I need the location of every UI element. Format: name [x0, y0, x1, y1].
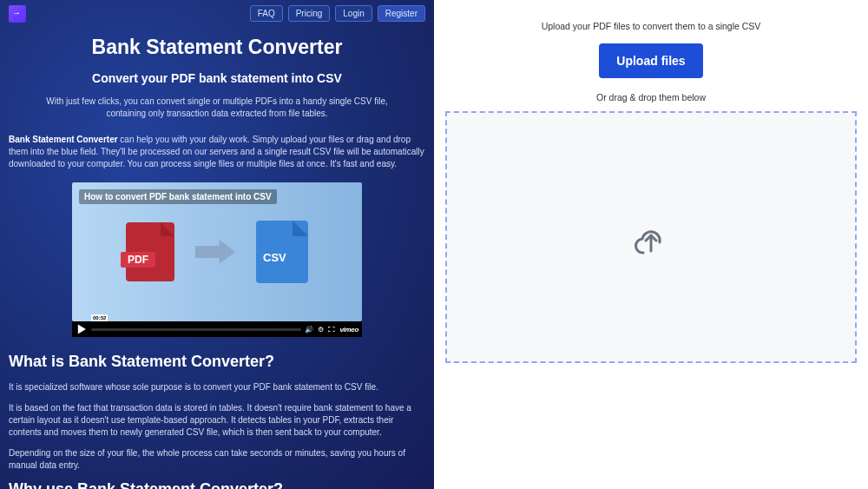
hero: Bank Statement Converter Convert your PD…	[0, 27, 434, 123]
register-button[interactable]: Register	[378, 5, 425, 22]
drop-zone[interactable]	[445, 111, 857, 363]
video-player[interactable]: How to convert PDF bank statement into C…	[72, 182, 362, 337]
login-button[interactable]: Login	[335, 5, 372, 22]
what-is-p2: It is based on the fact that transaction…	[9, 402, 425, 439]
settings-icon[interactable]: ⚙	[318, 326, 324, 334]
app-logo[interactable]	[9, 5, 26, 23]
page-subtitle: Convert your PDF bank statement into CSV	[17, 71, 417, 85]
video-progress-bar[interactable]	[91, 328, 301, 331]
what-is-p1: It is specialized software whose sole pu…	[9, 381, 425, 393]
upload-instruction: Upload your PDF files to convert them to…	[542, 21, 761, 31]
arrow-right-icon	[195, 240, 235, 264]
top-nav: FAQ Pricing Login Register	[250, 5, 425, 22]
pricing-button[interactable]: Pricing	[288, 5, 331, 22]
video-controls: 🔊 ⚙ ⛶ vimeo	[72, 321, 362, 337]
description-bold: Bank Statement Converter	[9, 135, 118, 144]
description-paragraph: Bank Statement Converter can help you wi…	[0, 123, 434, 177]
volume-icon[interactable]: 🔊	[305, 326, 313, 334]
upload-files-button[interactable]: Upload files	[599, 43, 702, 78]
top-bar: FAQ Pricing Login Register	[0, 0, 434, 27]
play-icon[interactable]	[76, 323, 88, 335]
drag-drop-hint: Or drag & drop them below	[596, 92, 706, 102]
pdf-file-icon	[126, 222, 174, 281]
faq-button[interactable]: FAQ	[250, 5, 283, 22]
upload-panel: Upload your PDF files to convert them to…	[434, 0, 868, 489]
vimeo-logo[interactable]: vimeo	[339, 326, 358, 334]
video-title: How to convert PDF bank statement into C…	[79, 189, 277, 204]
csv-file-icon	[256, 221, 308, 283]
video-duration: 00:52	[91, 314, 108, 321]
cloud-upload-icon	[630, 216, 672, 258]
page-title: Bank Statement Converter	[17, 36, 417, 59]
hero-tagline: With just few clicks, you can convert si…	[17, 96, 417, 120]
what-is-section: What is Bank Statement Converter? It is …	[0, 337, 434, 489]
what-is-p3: Depending on the size of your file, the …	[9, 447, 425, 472]
why-use-heading: Why use Bank Statement Converter?	[9, 480, 425, 489]
what-is-heading: What is Bank Statement Converter?	[9, 353, 425, 371]
fullscreen-icon[interactable]: ⛶	[328, 326, 335, 334]
